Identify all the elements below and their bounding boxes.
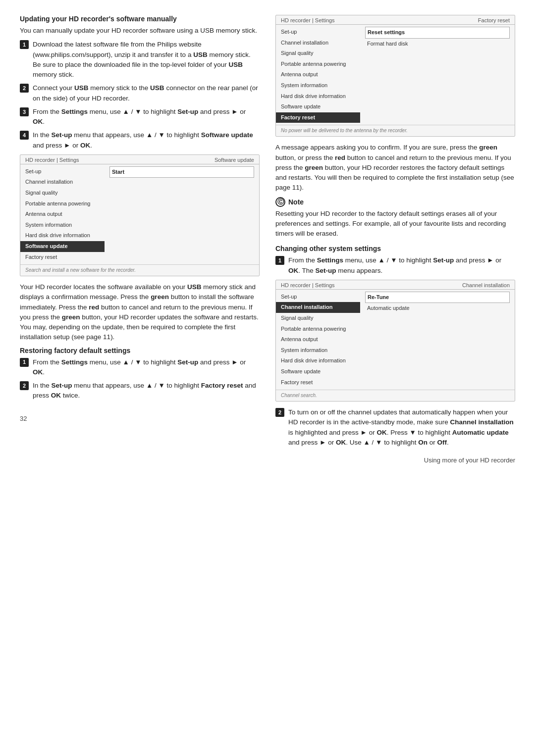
option-retune: Re-Tune xyxy=(365,292,510,303)
changing-steps-1: 1 From the Settings menu, use ▲ / ▼ to h… xyxy=(275,255,515,276)
restoring-factory-heading: Restoring factory default settings xyxy=(20,347,260,354)
page-footer-right: Using more of your HD recorder xyxy=(275,456,515,464)
restore-step-2: 2 In the Set-up menu that appears, use ▲… xyxy=(20,381,260,401)
after-software-box-text: Your HD recorder locates the software av… xyxy=(20,282,260,343)
menu-harddisk: Hard disk drive information xyxy=(20,230,105,241)
menu-portable: Portable antenna powering xyxy=(20,199,105,209)
step-3: 3 From the Settings menu, use ▲ / ▼ to h… xyxy=(20,107,260,127)
factory-menu-factory: Factory reset xyxy=(276,112,360,123)
step-2: 2 Connect your USB memory stick to the U… xyxy=(20,83,260,103)
option-reset-settings: Reset settings xyxy=(365,27,510,39)
software-box-header-left: HD recorder | Settings xyxy=(25,157,79,163)
channel-menu-setup: Set-up xyxy=(276,292,360,302)
factory-reset-box: HD recorder | Settings Factory reset Set… xyxy=(275,15,515,137)
factory-menu-antenna: Antenna output xyxy=(276,69,360,80)
note-text: Resetting your HD recorder to the factor… xyxy=(275,209,515,239)
step-1-text: Download the latest software file from t… xyxy=(33,40,260,80)
option-start: Start xyxy=(109,166,254,178)
menu-setup: Set-up xyxy=(20,166,105,177)
channel-install-box: HD recorder | Settings Channel installat… xyxy=(275,280,515,402)
left-column: Updating your HD recorder's software man… xyxy=(20,15,260,464)
changing-step-1-badge: 1 xyxy=(275,256,284,265)
factory-box-footer: No power will be delivered to the antenn… xyxy=(276,125,515,136)
channel-menu-signal: Signal quality xyxy=(276,313,360,324)
updating-software-section: Updating your HD recorder's software man… xyxy=(20,15,260,343)
factory-menu-channel: Channel installation xyxy=(276,38,360,49)
option-format-harddisk: Format hard disk xyxy=(365,39,510,50)
changing-heading: Changing other system settings xyxy=(275,245,515,252)
note-label-text: Note xyxy=(288,198,304,206)
channel-options: Re-Tune Automatic update xyxy=(360,290,515,390)
updating-software-heading: Updating your HD recorder's software man… xyxy=(20,15,260,23)
factory-menu-signal: Signal quality xyxy=(276,48,360,59)
step-4-text: In the Set-up menu that appears, use ▲ /… xyxy=(33,130,260,151)
software-options: Start xyxy=(105,164,259,264)
note-box: Ⓒ Note Resetting your HD recorder to the… xyxy=(275,197,515,239)
restore-step-1-badge: 1 xyxy=(20,358,29,367)
factory-menu-software: Software update xyxy=(276,101,360,112)
changing-step-2-badge: 2 xyxy=(275,408,284,417)
channel-menu-software: Software update xyxy=(276,366,360,377)
factory-text: A message appears asking you to confirm.… xyxy=(275,143,515,193)
factory-box-header: HD recorder | Settings Factory reset xyxy=(276,15,515,25)
channel-box-body: Set-up Channel installation Signal quali… xyxy=(276,290,515,390)
changing-step-1-text: From the Settings menu, use ▲ / ▼ to hig… xyxy=(288,255,515,276)
menu-signal: Signal quality xyxy=(20,188,105,199)
menu-antenna: Antenna output xyxy=(20,209,105,220)
channel-box-header-right: Channel installation xyxy=(462,282,510,288)
note-label: Ⓒ Note xyxy=(275,197,515,207)
channel-menu-antenna: Antenna output xyxy=(276,334,360,345)
software-box-footer: Search and install a new software for th… xyxy=(20,264,259,276)
software-box-header: HD recorder | Settings Software update xyxy=(20,155,259,164)
step-3-badge: 3 xyxy=(20,107,29,116)
channel-menu-harddisk: Hard disk drive information xyxy=(276,355,360,366)
page-number: 32 xyxy=(20,415,27,422)
changing-section: Changing other system settings 1 From th… xyxy=(275,245,515,448)
step-1: 1 Download the latest software file from… xyxy=(20,40,260,80)
page-layout: Updating your HD recorder's software man… xyxy=(20,15,515,464)
updating-software-intro: You can manually update your HD recorder… xyxy=(20,26,260,36)
updating-software-steps: 1 Download the latest software file from… xyxy=(20,40,260,151)
menu-factory: Factory reset xyxy=(20,252,105,263)
option-auto-update: Automatic update xyxy=(365,303,510,314)
changing-step-2-text: To turn on or off the channel updates th… xyxy=(288,407,515,448)
software-update-box: HD recorder | Settings Software update S… xyxy=(20,154,260,276)
channel-box-header-left: HD recorder | Settings xyxy=(281,282,335,288)
software-box-body: Set-up Channel installation Signal quali… xyxy=(20,164,259,264)
changing-step-1: 1 From the Settings menu, use ▲ / ▼ to h… xyxy=(275,255,515,276)
channel-menu-system: System information xyxy=(276,345,360,356)
factory-menu-portable: Portable antenna powering xyxy=(276,59,360,70)
factory-menu: Set-up Channel installation Signal quali… xyxy=(276,25,360,125)
restoring-factory-section: Restoring factory default settings 1 Fro… xyxy=(20,347,260,401)
channel-menu-factory: Factory reset xyxy=(276,377,360,388)
menu-software-update: Software update xyxy=(20,241,105,252)
software-menu: Set-up Channel installation Signal quali… xyxy=(20,164,105,264)
software-box-header-right: Software update xyxy=(214,157,254,163)
step-3-text: From the Settings menu, use ▲ / ▼ to hig… xyxy=(33,107,260,127)
restore-step-2-badge: 2 xyxy=(20,381,29,390)
factory-menu-setup: Set-up xyxy=(276,27,360,38)
channel-box-footer: Channel search. xyxy=(276,390,515,401)
menu-system: System information xyxy=(20,220,105,231)
factory-options: Reset settings Format hard disk xyxy=(360,25,515,125)
restoring-steps: 1 From the Settings menu, use ▲ / ▼ to h… xyxy=(20,357,260,401)
step-4: 4 In the Set-up menu that appears, use ▲… xyxy=(20,130,260,151)
restore-step-1-text: From the Settings menu, use ▲ / ▼ to hig… xyxy=(33,357,260,378)
step-2-badge: 2 xyxy=(20,84,29,93)
step-4-badge: 4 xyxy=(20,131,29,140)
changing-steps-2: 2 To turn on or off the channel updates … xyxy=(275,407,515,448)
step-1-badge: 1 xyxy=(20,40,29,49)
channel-menu: Set-up Channel installation Signal quali… xyxy=(276,290,360,390)
factory-menu-system: System information xyxy=(276,80,360,91)
right-column: HD recorder | Settings Factory reset Set… xyxy=(275,15,515,464)
restore-step-1: 1 From the Settings menu, use ▲ / ▼ to h… xyxy=(20,357,260,378)
note-icon: Ⓒ xyxy=(275,197,285,207)
menu-channel-install: Channel installation xyxy=(20,177,105,188)
factory-box-header-left: HD recorder | Settings xyxy=(281,17,335,23)
footer-row: 32 xyxy=(20,406,260,422)
changing-step-2: 2 To turn on or off the channel updates … xyxy=(275,407,515,448)
step-2-text: Connect your USB memory stick to the USB… xyxy=(33,83,260,103)
factory-box-body: Set-up Channel installation Signal quali… xyxy=(276,25,515,125)
channel-menu-channel: Channel installation xyxy=(276,302,360,313)
factory-box-header-right: Factory reset xyxy=(478,17,510,23)
